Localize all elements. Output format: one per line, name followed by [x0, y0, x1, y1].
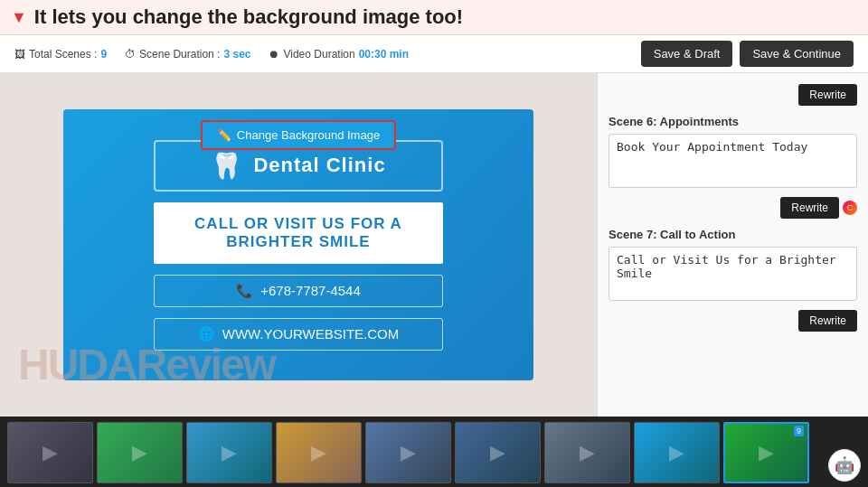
rewrite-button-top[interactable]: Rewrite [798, 84, 857, 106]
film-thumb-inner: ▶ [277, 423, 361, 482]
film-play-icon-6: ▶ [490, 441, 505, 464]
website-row: 🌐 WWW.YOURWEBSITE.COM [154, 318, 443, 351]
pencil-icon: ✏️ [217, 128, 231, 142]
top-banner: ▼ It lets you change the background imag… [0, 0, 868, 35]
total-scenes-stat: 🖼 Total Scenes : 9 [14, 48, 107, 61]
film-num-9: 9 [794, 426, 804, 436]
scene-card: ✏️ Change Background Image 🦷 Dental Clin… [63, 109, 533, 380]
filmstrip: ▶ ▶ ▶ ▶ ▶ ▶ [0, 417, 868, 487]
film-play-icon-1: ▶ [42, 441, 58, 464]
duration-icon: ⏱ [125, 48, 136, 61]
film-thumb-inner: ▶ [187, 423, 271, 482]
scene7-label: Scene 7: Call to Action [609, 228, 857, 241]
film-thumb-6[interactable]: ▶ [455, 422, 541, 483]
ai-spin-icon: C [843, 201, 857, 215]
globe-icon: 🌐 [198, 326, 215, 342]
film-thumb-inner: ▶ [98, 423, 182, 482]
film-thumb-1[interactable]: ▶ [7, 422, 93, 483]
scene6-textarea[interactable] [609, 134, 857, 188]
canvas-area: HUDAReview ✏️ Change Background Image 🦷 … [0, 73, 597, 417]
cta-banner: CALL OR VISIT US FOR A BRIGHTER SMILE [154, 202, 443, 264]
film-thumb-inner: ▶ [8, 423, 92, 482]
scenes-icon: 🖼 [14, 48, 25, 61]
scene7-block: Scene 7: Call to Action [609, 228, 857, 301]
film-thumb-7[interactable]: ▶ [544, 422, 630, 483]
film-play-icon-3: ▶ [222, 441, 237, 464]
film-play-icon-9: ▶ [759, 441, 774, 464]
scene-duration-value: 3 sec [223, 48, 250, 61]
film-thumb-8[interactable]: ▶ [634, 422, 720, 483]
film-thumb-9[interactable]: ▶ 9 [723, 422, 809, 483]
toolbar: 🖼 Total Scenes : 9 ⏱ Scene Duration : 3 … [0, 35, 868, 73]
right-panel: Rewrite Scene 6: Appointments Rewrite C … [597, 73, 868, 417]
scene6-block: Scene 6: Appointments [609, 115, 857, 188]
video-duration-stat: ⏺ Video Duration 00:30 min [269, 48, 409, 61]
total-scenes-value: 9 [100, 48, 107, 61]
ai-icon: 🤖 [835, 455, 854, 475]
rewrite-button-scene6[interactable]: Rewrite [780, 197, 839, 219]
film-play-icon-5: ▶ [401, 441, 416, 464]
toolbar-stats: 🖼 Total Scenes : 9 ⏱ Scene Duration : 3 … [14, 48, 409, 61]
film-thumb-inner: ▶ [545, 423, 629, 482]
save-draft-button[interactable]: Save & Draft [641, 41, 733, 67]
total-scenes-label: Total Scenes : [29, 48, 97, 61]
rewrite-button-scene7[interactable]: Rewrite [798, 310, 857, 332]
film-play-icon-4: ▶ [311, 441, 326, 464]
film-play-icon-8: ▶ [669, 441, 684, 464]
scene6-label: Scene 6: Appointments [609, 115, 857, 128]
scene7-textarea[interactable] [609, 247, 857, 301]
cta-text: CALL OR VISIT US FOR A BRIGHTER SMILE [194, 215, 402, 250]
film-thumb-4[interactable]: ▶ [276, 422, 362, 483]
ai-badge-button[interactable]: 🤖 [828, 449, 861, 482]
film-play-icon-7: ▶ [580, 441, 595, 464]
scene-duration-label: Scene Duration : [139, 48, 220, 61]
main-area: HUDAReview ✏️ Change Background Image 🦷 … [0, 73, 868, 417]
save-continue-button[interactable]: Save & Continue [740, 41, 854, 67]
scene-duration-stat: ⏱ Scene Duration : 3 sec [125, 48, 250, 61]
change-bg-label: Change Background Image [237, 128, 380, 142]
film-thumb-2[interactable]: ▶ [97, 422, 183, 483]
film-thumb-inner: ▶ [366, 423, 450, 482]
website-url: WWW.YOURWEBSITE.COM [222, 326, 400, 342]
banner-text: It lets you change the background image … [34, 5, 463, 29]
film-thumb-3[interactable]: ▶ [186, 422, 272, 483]
video-duration-value: 00:30 min [359, 48, 409, 61]
film-thumb-inner: ▶ [456, 423, 540, 482]
arrow-icon: ▼ [11, 8, 27, 27]
film-play-icon-2: ▶ [132, 441, 147, 464]
phone-row: 📞 +678-7787-4544 [154, 275, 443, 307]
dental-name: Dental Clinic [253, 154, 385, 177]
film-thumb-5[interactable]: ▶ [365, 422, 451, 483]
film-thumb-inner: ▶ [635, 423, 719, 482]
filmstrip-wrapper: ▶ ▶ ▶ ▶ ▶ ▶ [0, 417, 868, 487]
change-background-button[interactable]: ✏️ Change Background Image [201, 120, 396, 150]
video-duration-label: Video Duration [283, 48, 354, 61]
phone-icon: 📞 [236, 283, 253, 299]
video-icon: ⏺ [269, 48, 279, 61]
dental-icon: 🦷 [211, 151, 242, 181]
phone-number: +678-7787-4544 [260, 283, 361, 298]
